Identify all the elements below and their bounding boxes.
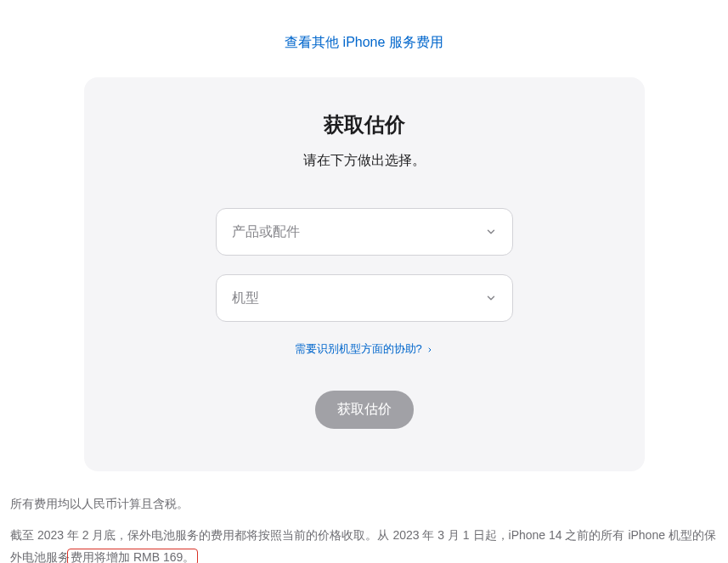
product-select-wrapper: 产品或配件 <box>216 208 513 256</box>
get-estimate-button[interactable]: 获取估价 <box>315 391 414 429</box>
product-select-placeholder: 产品或配件 <box>232 223 300 241</box>
help-link-label: 需要识别机型方面的协助? <box>295 342 422 355</box>
chevron-down-icon <box>485 226 497 238</box>
estimate-card: 获取估价 请在下方做出选择。 产品或配件 机型 需要识别机型方面的协助? <box>84 77 645 471</box>
top-link-section: 查看其他 iPhone 服务费用 <box>0 0 728 77</box>
model-select-wrapper: 机型 <box>216 274 513 322</box>
other-services-link[interactable]: 查看其他 iPhone 服务费用 <box>285 35 443 49</box>
product-select[interactable]: 产品或配件 <box>216 208 513 256</box>
chevron-right-icon <box>426 343 433 356</box>
card-subtitle: 请在下方做出选择。 <box>127 152 602 170</box>
footer-text: 所有费用均以人民币计算且含税。 截至 2023 年 2 月底，保外电池服务的费用… <box>0 471 728 563</box>
model-help-link[interactable]: 需要识别机型方面的协助? <box>295 342 434 355</box>
footer-line2: 截至 2023 年 2 月底，保外电池服务的费用都将按照当前的价格收取。从 20… <box>10 524 718 563</box>
footer-line1: 所有费用均以人民币计算且含税。 <box>10 493 718 515</box>
chevron-down-icon <box>485 292 497 304</box>
card-title: 获取估价 <box>127 111 602 138</box>
model-select[interactable]: 机型 <box>216 274 513 322</box>
price-increase-highlight: 费用将增加 RMB 169。 <box>67 549 198 563</box>
help-link-section: 需要识别机型方面的协助? <box>127 341 602 357</box>
model-select-placeholder: 机型 <box>232 290 259 307</box>
